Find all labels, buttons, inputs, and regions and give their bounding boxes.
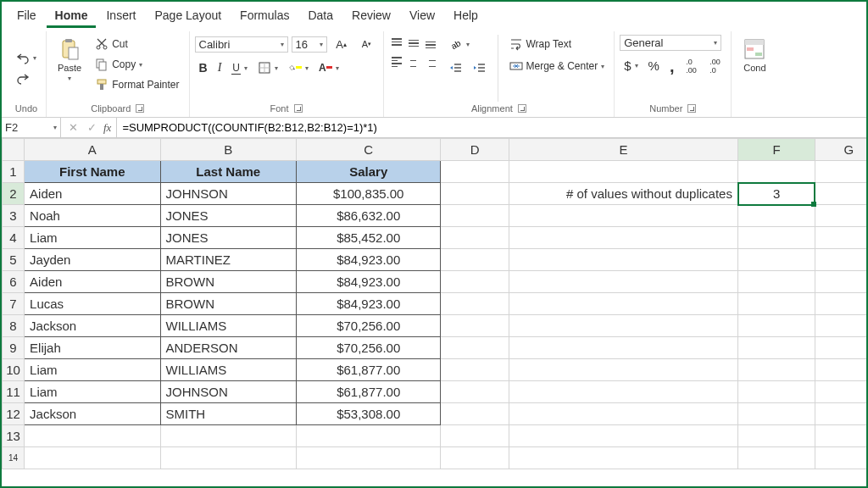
menu-insert[interactable]: Insert <box>97 5 144 28</box>
cell-first[interactable]: Liam <box>25 359 160 381</box>
cell-first[interactable]: Liam <box>25 381 160 403</box>
menu-help[interactable]: Help <box>445 5 487 28</box>
cell[interactable] <box>815 205 866 227</box>
cell-salary[interactable]: $100,835.00 <box>296 183 440 205</box>
cancel-formula-icon[interactable]: ✕ <box>66 121 80 135</box>
col-header-e[interactable]: E <box>509 139 738 161</box>
cell[interactable] <box>509 337 738 359</box>
comma-format-button[interactable]: , <box>665 60 679 72</box>
row-header[interactable]: 4 <box>3 227 25 249</box>
col-header-a[interactable]: A <box>25 139 160 161</box>
increase-font-button[interactable]: A▴ <box>331 35 353 53</box>
cell[interactable] <box>815 337 866 359</box>
cell-last[interactable]: JOHNSON <box>160 381 296 403</box>
cell[interactable] <box>738 425 815 447</box>
cell[interactable] <box>815 403 866 425</box>
align-middle-button[interactable] <box>406 35 421 52</box>
cell[interactable] <box>441 359 509 381</box>
format-painter-button[interactable]: Format Painter <box>91 75 183 94</box>
cell-last[interactable]: MARTINEZ <box>160 249 296 271</box>
row-header[interactable]: 7 <box>3 293 25 315</box>
cell-last[interactable]: BROWN <box>160 293 296 315</box>
cell-first[interactable]: Noah <box>25 205 160 227</box>
cell[interactable] <box>509 381 738 403</box>
summary-label[interactable]: # of values without duplicates <box>509 183 738 205</box>
align-left-button[interactable] <box>389 53 404 70</box>
table-header-last[interactable]: Last Name <box>160 161 296 183</box>
cell-salary[interactable]: $61,877.00 <box>296 359 440 381</box>
row-header[interactable]: 5 <box>3 249 25 271</box>
cell[interactable] <box>441 293 509 315</box>
cell[interactable] <box>738 249 815 271</box>
table-header-first[interactable]: First Name <box>25 161 160 183</box>
row-header[interactable]: 9 <box>3 337 25 359</box>
cell-salary[interactable]: $84,923.00 <box>296 293 440 315</box>
cell-last[interactable]: WILLIAMS <box>160 315 296 337</box>
menu-home[interactable]: Home <box>47 5 97 28</box>
bold-button[interactable]: B <box>195 58 212 77</box>
cell-salary[interactable]: $84,923.00 <box>296 271 440 293</box>
cell-first[interactable]: Jackson <box>25 315 160 337</box>
orientation-button[interactable]: ab▾ <box>445 35 491 53</box>
cell-salary[interactable]: $70,256.00 <box>296 315 440 337</box>
wrap-text-button[interactable]: Wrap Text <box>505 35 609 53</box>
underline-button[interactable]: U▾ <box>227 59 252 77</box>
cell-salary[interactable]: $61,877.00 <box>296 381 440 403</box>
cell-first[interactable]: Jayden <box>25 249 160 271</box>
col-header-g[interactable]: G <box>815 139 866 161</box>
cell-salary[interactable]: $86,632.00 <box>296 205 440 227</box>
cell[interactable] <box>441 227 509 249</box>
cell[interactable] <box>441 183 509 205</box>
clipboard-dialog-launcher[interactable] <box>136 104 144 113</box>
cell[interactable] <box>509 447 738 469</box>
cell[interactable] <box>738 161 815 183</box>
cell[interactable] <box>815 271 866 293</box>
merge-center-button[interactable]: Merge & Center ▾ <box>505 57 609 75</box>
cell-last[interactable]: BROWN <box>160 271 296 293</box>
cell[interactable] <box>738 403 815 425</box>
increase-indent-button[interactable] <box>469 58 491 77</box>
menu-review[interactable]: Review <box>343 5 399 28</box>
row-header[interactable]: 12 <box>3 403 25 425</box>
name-box[interactable]: F2▾ <box>2 118 61 137</box>
cell-last[interactable]: JONES <box>160 205 296 227</box>
cell-first[interactable]: Jackson <box>25 403 160 425</box>
cell[interactable] <box>441 381 509 403</box>
font-color-button[interactable]: A▾ <box>314 58 343 77</box>
cell[interactable] <box>509 315 738 337</box>
number-dialog-launcher[interactable] <box>687 104 696 113</box>
cell-salary[interactable]: $53,308.00 <box>296 403 440 425</box>
cell[interactable] <box>815 381 866 403</box>
menu-formulas[interactable]: Formulas <box>231 5 298 28</box>
cell-first[interactable]: Liam <box>25 227 160 249</box>
align-bottom-button[interactable] <box>423 35 438 52</box>
col-header-b[interactable]: B <box>160 139 296 161</box>
cell[interactable] <box>25 425 160 447</box>
cell[interactable] <box>815 359 866 381</box>
cell[interactable] <box>738 205 815 227</box>
cell-last[interactable]: JONES <box>160 227 296 249</box>
cell-last[interactable]: ANDERSON <box>160 337 296 359</box>
row-header[interactable]: 14 <box>3 447 25 469</box>
cell-last[interactable]: SMITH <box>160 403 296 425</box>
active-cell-f2[interactable]: 3 <box>738 183 815 205</box>
worksheet-grid[interactable]: A B C D E F G 1 First Name Last Name Sal… <box>2 138 866 488</box>
cell[interactable] <box>160 447 296 469</box>
fill-color-button[interactable]: ▾ <box>284 58 313 77</box>
cell[interactable] <box>296 425 440 447</box>
font-size-select[interactable]: 16▾ <box>292 36 327 53</box>
cell[interactable] <box>441 271 509 293</box>
cell[interactable] <box>509 425 738 447</box>
cell[interactable] <box>738 271 815 293</box>
cell[interactable] <box>296 447 440 469</box>
cell-first[interactable]: Elijah <box>25 337 160 359</box>
row-header[interactable]: 6 <box>3 271 25 293</box>
row-header[interactable]: 10 <box>3 359 25 381</box>
cell-salary[interactable]: $70,256.00 <box>296 337 440 359</box>
cell-first[interactable]: Lucas <box>25 293 160 315</box>
cell[interactable] <box>738 447 815 469</box>
select-all-corner[interactable] <box>3 139 25 161</box>
decrease-font-button[interactable]: A▾ <box>356 35 378 53</box>
align-center-button[interactable] <box>406 53 421 70</box>
menu-view[interactable]: View <box>401 5 443 28</box>
